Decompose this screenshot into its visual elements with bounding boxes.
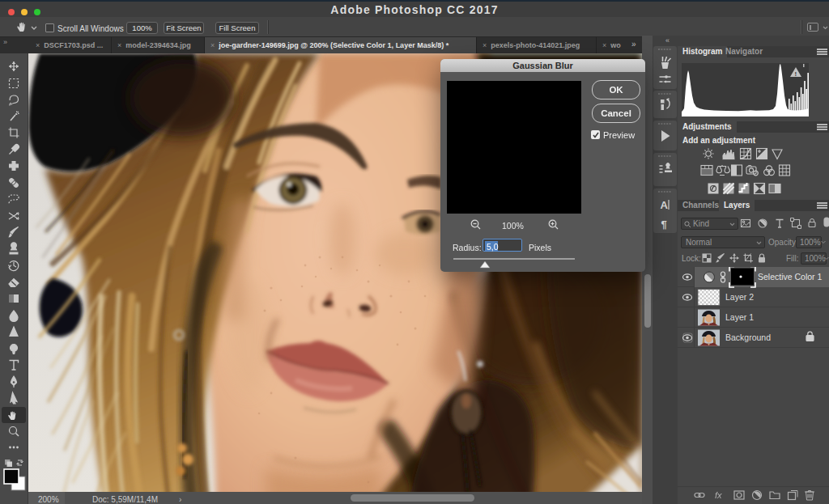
svg-text:Layer 1: Layer 1: [725, 312, 754, 322]
svg-text:¶: ¶: [661, 218, 667, 231]
svg-text:Layer 2: Layer 2: [725, 292, 754, 302]
svg-text:Selective Color 1: Selective Color 1: [758, 272, 823, 282]
svg-text:fx: fx: [715, 490, 722, 500]
svg-text:Background: Background: [725, 332, 771, 342]
svg-text:!: !: [795, 70, 797, 78]
svg-text:A: A: [661, 199, 669, 211]
